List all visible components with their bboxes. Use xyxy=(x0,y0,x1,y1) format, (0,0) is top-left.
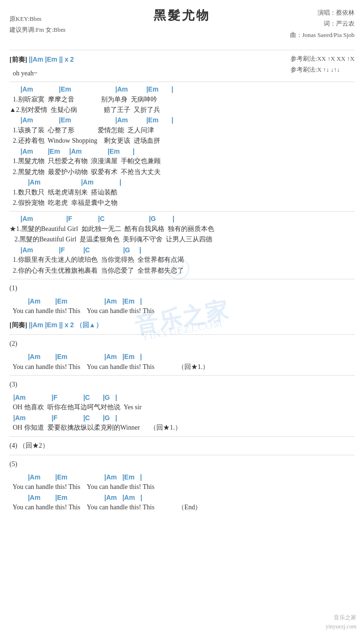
divider-4 xyxy=(9,334,355,335)
verse-block-2: |Am |Em |Am |Em | 1.该换了装 心整了形 爱情怎能 乏人问津 … xyxy=(9,116,355,146)
composer: 曲：Jonas Saeed/Pia Sjob xyxy=(290,29,355,40)
chord-v1-7: |Am |Am | xyxy=(9,178,355,187)
section-1-label: (1) xyxy=(9,282,355,295)
lyric-v1-5: 1.黑髮尤物 只想爱之有物 浪漫满屋 手帕交也兼顾 xyxy=(9,156,355,166)
chord-s3-1: |Am |F |C |G | xyxy=(9,393,355,403)
chord-ch-3: |Am |F |C |G | xyxy=(9,246,355,255)
chorus-block-1: |Am |F |C |G | ★1.黑髮的Beautiful Girl 如此独一… xyxy=(9,214,355,245)
footer-brand: 音乐之家 xyxy=(326,613,356,622)
lyric-s5-1: You can handle this! This You can handle… xyxy=(9,482,355,492)
divider-2 xyxy=(9,211,355,212)
intro-bracket: [前奏] xyxy=(9,56,27,63)
lyric-v1-6: 2.黑髮尤物 最爱护小动物 驭爱有术 不抢当大丈夫 xyxy=(9,167,355,177)
intro-chords: ||Am |Em || x 2 xyxy=(29,55,74,63)
section-5-label: (5) xyxy=(9,458,355,471)
chorus-block-2: |Am |F |C |G | 1.你眼里有天生迷人的琥珀色 当你觉得热 全世界都… xyxy=(9,246,355,276)
page: ☺ 音乐之家 YINYUEZJ.COM 黑髮尤物 原KEY:Bbm 建议男调:F… xyxy=(0,0,364,635)
meta-right: 演唱：蔡依林 词：严云农 曲：Jonas Saeed/Pia Sjob xyxy=(290,7,355,40)
back-star1: （回★1.） xyxy=(178,363,209,370)
lyric-s1-1: You can handle this! This You can handle… xyxy=(9,306,355,316)
verse-block-4: |Am |Am | 1.数只数只 纸老虎请别来 搭讪装酷 2.假扮宠物 吃老虎 … xyxy=(9,178,355,208)
verse-block-3: |Am |Em |Am |Em | 1.黑髮尤物 只想爱之有物 浪漫满屋 手帕交… xyxy=(9,147,355,177)
chord-s1-1: |Am |Em |Am |Em | xyxy=(9,297,355,306)
lyric-v1-8: 2.假扮宠物 吃老虎 幸福是囊中之物 xyxy=(9,198,355,208)
chord-s5-2: |Am |Em |Am |Am | xyxy=(9,493,355,503)
chord-v1-5: |Am |Em |Am |Em | xyxy=(9,147,355,156)
strum-line1: 参考刷法:XX ↑X XX ↑X xyxy=(291,53,355,64)
chord-v1-3: |Am |Em |Am |Em | xyxy=(9,116,355,125)
divider-5 xyxy=(9,375,355,376)
footer: 音乐之家 yinyuezj.com xyxy=(326,613,356,631)
section-4-label: (4) （回★2） xyxy=(9,440,355,452)
lyric-s3-1: OH 他喜欢 听你在他耳边呵气对他说 Yes sir xyxy=(9,402,355,413)
chord-v1-1: |Am |Em |Am |Em | xyxy=(9,85,355,94)
chord-s5-1: |Am |Em |Am |Em | xyxy=(9,473,355,482)
back-star1-2: （回★1.） xyxy=(150,424,182,431)
singer: 演唱：蔡依林 xyxy=(290,7,355,18)
section-3-block-2: |Am |F |C |G | OH 你知道 爱要欲擒故纵以柔克刚的Winner … xyxy=(9,414,355,433)
intro-section: 参考刷法:XX ↑X XX ↑X 参考刷法:X ↑↓ ↓↑↓ [前奏] ||Am… xyxy=(9,53,355,79)
lyric-s3-2: OH 你知道 爱要欲擒故纵以柔克刚的Winner （回★1.） xyxy=(9,423,355,433)
chord-s2-1: |Am |Em |Am |Em | xyxy=(9,352,355,362)
divider-1 xyxy=(9,82,355,82)
paren-5: (5) xyxy=(9,460,17,468)
section-1-block: |Am |Em |Am |Em | You can handle this! T… xyxy=(9,297,355,317)
content: 参考刷法:XX ↑X XX ↑X 参考刷法:X ↑↓ ↓↑↓ [前奏] ||Am… xyxy=(9,50,355,513)
back-star2: （回★2） xyxy=(19,442,49,449)
lyric-s5-2: You can handle this! This You can handle… xyxy=(9,502,355,513)
interlude-bracket: [间奏] xyxy=(9,322,27,329)
paren-3: (3) xyxy=(9,381,17,388)
meta-left: 原KEY:Bbm 建议男调:Fm 女:Bbm xyxy=(9,13,65,36)
section-5-block-1: |Am |Em |Am |Em | You can handle this! T… xyxy=(9,473,355,493)
interlude-chords: ||Am |Em || x 2 （回▲） xyxy=(29,321,102,329)
paren-2: (2) xyxy=(9,340,17,347)
lyric-v1-1: 1.别听寂寞 摩摩之音 别为单身 无病呻吟 xyxy=(9,94,355,105)
section-2-label: (2) xyxy=(9,338,355,350)
lyric-ch-1: ★1.黑髮的Beautiful Girl 如此独一无二 酷有自我风格 独有的丽质… xyxy=(9,224,355,234)
lyric-v1-4: 2.还拎着包 Window Shopping 剩女更该 进场血拼 xyxy=(9,136,355,146)
interlude-label: [间奏] ||Am |Em || x 2 （回▲） xyxy=(9,319,355,332)
lyric-v1-7: 1.数只数只 纸老虎请别来 搭讪装酷 xyxy=(9,187,355,198)
lyricist: 词：严云农 xyxy=(290,18,355,29)
divider-top xyxy=(9,50,355,50)
chord-s3-2: |Am |F |C |G | xyxy=(9,414,355,423)
lyric-ch-2: 2.黑髮的Beautiful Girl 是温柔狠角色 美到魂不守舍 让男人三从四… xyxy=(9,234,355,245)
lyric-ch-3: 1.你眼里有天生迷人的琥珀色 当你觉得热 全世界都有点渴 xyxy=(9,255,355,265)
chord-ch-1: |Am |F |C |G | xyxy=(9,214,355,224)
strum-line2: 参考刷法:X ↑↓ ↓↑↓ xyxy=(291,64,355,75)
key-original: 原KEY:Bbm xyxy=(9,13,65,24)
strum-ref: 参考刷法:XX ↑X XX ↑X 参考刷法:X ↑↓ ↓↑↓ xyxy=(291,53,355,75)
paren-1: (1) xyxy=(9,285,17,292)
section-3-block-1: |Am |F |C |G | OH 他喜欢 听你在他耳边呵气对他说 Yes si… xyxy=(9,393,355,413)
lyric-s2-1: You can handle this! This You can handle… xyxy=(9,362,355,372)
divider-7 xyxy=(9,455,355,455)
verse-block-1: |Am |Em |Am |Em | 1.别听寂寞 摩摩之音 别为单身 无病呻吟 … xyxy=(9,85,355,115)
footer-url: yinyuezj.com xyxy=(326,622,356,631)
section-2-block: |Am |Em |Am |Em | You can handle this! T… xyxy=(9,352,355,372)
divider-3 xyxy=(9,279,355,279)
paren-4: (4) xyxy=(9,442,19,449)
section-3-label: (3) xyxy=(9,378,355,391)
end-label: （End） xyxy=(178,504,202,511)
lyric-ch-4: 2.你的心有天生优雅旗袍裹着 当你恋爱了 全世界都失恋了 xyxy=(9,266,355,276)
key-suggest: 建议男调:Fm 女:Bbm xyxy=(9,24,65,35)
lyric-v1-3: 1.该换了装 心整了形 爱情怎能 乏人问津 xyxy=(9,125,355,136)
divider-6 xyxy=(9,436,355,437)
section-5-block-2: |Am |Em |Am |Am | You can handle this! T… xyxy=(9,493,355,513)
lyric-v1-2: ▲2.别对爱情 生疑心病 赔了王子 又折了兵 xyxy=(9,105,355,115)
